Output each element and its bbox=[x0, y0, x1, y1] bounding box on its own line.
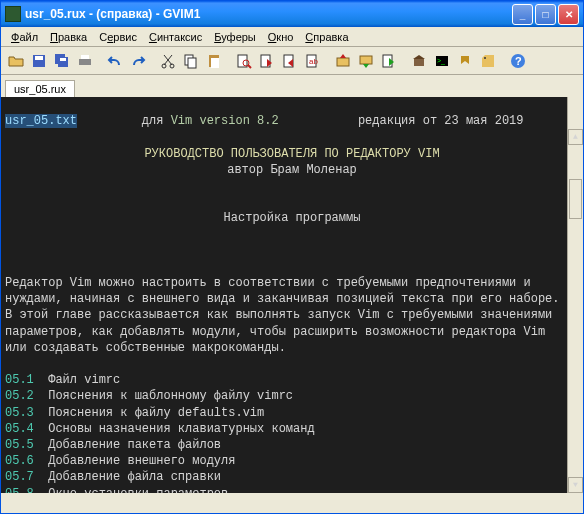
saveall-icon[interactable] bbox=[51, 50, 73, 72]
svg-rect-20 bbox=[360, 56, 372, 64]
findprev-icon[interactable] bbox=[279, 50, 301, 72]
runscript-icon[interactable] bbox=[378, 50, 400, 72]
scrollbar[interactable]: ▲ ▼ bbox=[567, 97, 583, 493]
titlebar: usr_05.rux - (справка) - GVIM1 _ □ ✕ bbox=[1, 1, 583, 27]
scroll-down-icon[interactable]: ▼ bbox=[568, 477, 583, 493]
app-icon bbox=[5, 6, 21, 22]
tagjump-icon[interactable] bbox=[454, 50, 476, 72]
svg-point-25 bbox=[484, 57, 486, 59]
menu-syntax[interactable]: Синтаксис bbox=[143, 29, 208, 45]
help-icon[interactable]: ? bbox=[507, 50, 529, 72]
redo-icon[interactable] bbox=[127, 50, 149, 72]
minimize-button[interactable]: _ bbox=[512, 4, 533, 25]
ctags-icon[interactable] bbox=[477, 50, 499, 72]
menu-tools[interactable]: Сервис bbox=[93, 29, 143, 45]
print-icon[interactable] bbox=[74, 50, 96, 72]
undo-icon[interactable] bbox=[104, 50, 126, 72]
svg-text:>_: >_ bbox=[437, 57, 445, 65]
menu-edit[interactable]: Правка bbox=[44, 29, 93, 45]
replace-icon[interactable]: ab bbox=[302, 50, 324, 72]
close-button[interactable]: ✕ bbox=[558, 4, 579, 25]
open-icon[interactable] bbox=[5, 50, 27, 72]
menu-file[interactable]: Файл bbox=[5, 29, 44, 45]
menubar: Файл Правка Сервис Синтаксис Буферы Окно… bbox=[1, 27, 583, 47]
svg-text:ab: ab bbox=[309, 57, 318, 66]
section-title: Настройка программы bbox=[5, 210, 579, 226]
svg-rect-12 bbox=[211, 58, 219, 68]
svg-rect-5 bbox=[79, 59, 91, 65]
window-title: usr_05.rux - (справка) - GVIM1 bbox=[25, 7, 512, 21]
shell-icon[interactable]: >_ bbox=[431, 50, 453, 72]
savesess-icon[interactable] bbox=[355, 50, 377, 72]
svg-rect-22 bbox=[414, 59, 424, 66]
scroll-thumb[interactable] bbox=[569, 179, 582, 219]
svg-rect-19 bbox=[337, 58, 349, 66]
editor-content: usr_05.txt для Vim version 8.2 редакция … bbox=[1, 113, 583, 493]
save-icon[interactable] bbox=[28, 50, 50, 72]
tab-file[interactable]: usr_05.rux bbox=[5, 80, 75, 97]
svg-rect-13 bbox=[238, 55, 247, 67]
menu-buffers[interactable]: Буферы bbox=[208, 29, 262, 45]
editor[interactable]: usr_05.txt для Vim version 8.2 редакция … bbox=[1, 97, 583, 493]
help-filename: usr_05.txt bbox=[5, 114, 77, 128]
svg-rect-4 bbox=[60, 58, 66, 61]
window-buttons: _ □ ✕ bbox=[512, 4, 579, 25]
toolbar: ab >_ ? bbox=[1, 47, 583, 75]
svg-text:?: ? bbox=[515, 55, 522, 67]
find-icon[interactable] bbox=[233, 50, 255, 72]
make-icon[interactable] bbox=[408, 50, 430, 72]
scroll-up-icon[interactable]: ▲ bbox=[568, 129, 583, 145]
paste-icon[interactable] bbox=[203, 50, 225, 72]
menu-help[interactable]: Справка bbox=[299, 29, 354, 45]
loadsess-icon[interactable] bbox=[332, 50, 354, 72]
maximize-button[interactable]: □ bbox=[535, 4, 556, 25]
findnext-icon[interactable] bbox=[256, 50, 278, 72]
doc-heading: РУКОВОДСТВО ПОЛЬЗОВАТЕЛЯ ПО РЕДАКТОРУ VI… bbox=[5, 146, 579, 162]
cut-icon[interactable] bbox=[157, 50, 179, 72]
copy-icon[interactable] bbox=[180, 50, 202, 72]
svg-rect-10 bbox=[188, 58, 196, 68]
doc-author: автор Брам Моленар bbox=[5, 162, 579, 178]
svg-rect-1 bbox=[35, 56, 43, 60]
svg-rect-6 bbox=[81, 55, 89, 59]
menu-window[interactable]: Окно bbox=[262, 29, 300, 45]
tabbar: usr_05.rux bbox=[1, 75, 583, 97]
